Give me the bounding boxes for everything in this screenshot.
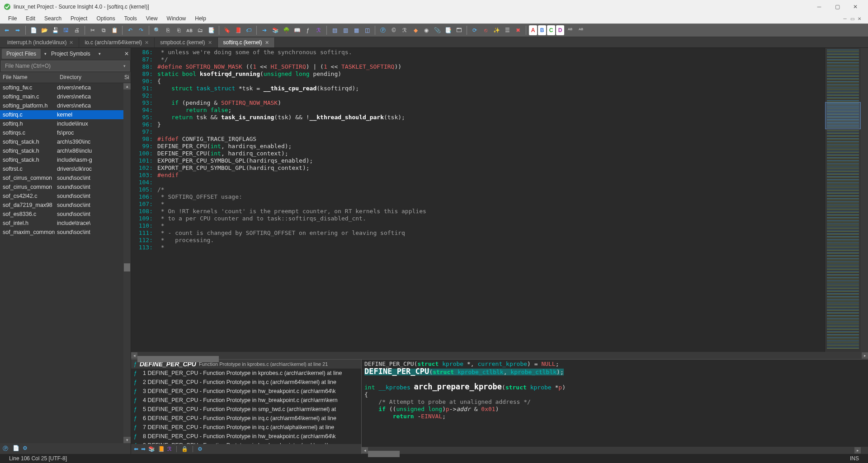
file-row[interactable]: softirq_stack.hinclude\asm-g xyxy=(0,155,131,164)
ref-relation-icon[interactable]: ℛ xyxy=(167,446,172,452)
panel-p-icon[interactable]: Ⓟ xyxy=(378,25,388,35)
document-tab[interactable]: io.c (arch/arm64\kernel)✕ xyxy=(79,37,155,47)
menu-options[interactable]: Options xyxy=(92,14,119,23)
mdi-minimize-icon[interactable]: ─ xyxy=(842,15,848,22)
scroll-up-icon[interactable]: ▴ xyxy=(123,83,131,89)
fbtn-gear-icon[interactable]: ⚙ xyxy=(23,445,30,452)
file-row[interactable]: sof_maxim_commonsound\soc\int xyxy=(0,228,131,237)
letter-c-icon[interactable]: C xyxy=(547,25,555,35)
goto-def-icon[interactable]: ➔ xyxy=(259,25,269,35)
abc2-icon[interactable]: ᴬᴮ xyxy=(576,25,586,35)
panel-t-icon[interactable]: ◉ xyxy=(421,25,431,35)
ref-gear-icon[interactable]: ⚙ xyxy=(198,446,203,452)
highlight-icon[interactable]: ✨ xyxy=(491,25,501,35)
minimap[interactable] xyxy=(825,48,861,352)
def-hscrollbar[interactable]: ◂ ▸ xyxy=(362,447,861,454)
file-row[interactable]: softirq.hinclude\linux xyxy=(0,119,131,128)
letter-b-icon[interactable]: B xyxy=(538,25,546,35)
search-prev-icon[interactable]: ⎗ xyxy=(174,25,184,35)
vertical-scrollbar[interactable] xyxy=(861,48,868,352)
panel-c-icon[interactable]: © xyxy=(389,25,399,35)
ref-row[interactable]: ƒ8 DEFINE_PER_CPU - Function Prototype i… xyxy=(131,432,361,441)
close-button[interactable]: ✕ xyxy=(846,0,864,13)
file-open-icon[interactable]: 📂 xyxy=(39,25,49,35)
nav-fwd-icon[interactable]: ➡ xyxy=(13,25,23,35)
tab-project-files[interactable]: Project Files xyxy=(2,49,41,59)
bookmark2-icon[interactable]: 📕 xyxy=(233,25,243,35)
refs-icon[interactable]: 📚 xyxy=(270,25,280,35)
close-panel-icon[interactable]: ✖ xyxy=(513,25,523,35)
copy-icon[interactable]: ⧉ xyxy=(99,25,108,35)
reparse-icon[interactable]: ⟳ xyxy=(470,25,480,35)
menu-file[interactable]: File xyxy=(4,14,21,23)
menu-project[interactable]: Project xyxy=(66,14,92,23)
undo-icon[interactable]: ↶ xyxy=(125,25,135,35)
ref-row[interactable]: ƒ4 DEFINE_PER_CPU - Function Prototype i… xyxy=(131,396,361,405)
document-tab[interactable]: smpboot.c (kernel)✕ xyxy=(155,37,217,47)
file-new-icon[interactable]: 📄 xyxy=(28,25,38,35)
maximize-button[interactable]: ▢ xyxy=(828,0,846,13)
search-files-icon[interactable]: 🗂 xyxy=(195,25,205,35)
fbtn-doc-icon[interactable]: 📄 xyxy=(13,445,20,452)
relation-icon[interactable]: ℛ xyxy=(314,25,324,35)
file-row[interactable]: sof_es8336.csound\soc\int xyxy=(0,210,131,219)
ref-row[interactable]: ƒ1 DEFINE_PER_CPU - Function Prototype i… xyxy=(131,369,361,378)
ref-row[interactable]: ƒ6 DEFINE_PER_CPU - Function Prototype i… xyxy=(131,414,361,423)
print-icon[interactable]: 🖨 xyxy=(72,25,82,35)
code-area[interactable]: * unless we're doing some of the synchro… xyxy=(157,48,825,352)
symbols-icon[interactable]: ƒ xyxy=(303,25,313,35)
bookmark-nav-icon[interactable]: 🏷 xyxy=(244,25,254,35)
search-next-icon[interactable]: ⎘ xyxy=(163,25,173,35)
paste-icon[interactable]: 📋 xyxy=(109,25,119,35)
file-saveall-icon[interactable]: 🖫 xyxy=(61,25,71,35)
file-row[interactable]: softing_fw.cdrivers\net\ca xyxy=(0,83,131,92)
panel-clip-icon[interactable]: 📎 xyxy=(432,25,442,35)
panel-s-icon[interactable]: ◆ xyxy=(410,25,420,35)
file-row[interactable]: softirq.ckernel xyxy=(0,110,131,119)
menu-edit[interactable]: Edit xyxy=(21,14,40,23)
file-row[interactable]: softrst.cdrivers\clk\roc xyxy=(0,164,131,173)
document-tab[interactable]: interrupt.h (include\linux)✕ xyxy=(2,37,79,47)
def-code-area[interactable]: DEFINE_PER_CPU(struct kprobe *, current_… xyxy=(362,360,868,447)
scroll-left-icon[interactable]: ◂ xyxy=(131,352,137,359)
call-tree-icon[interactable]: 🌳 xyxy=(281,25,291,35)
cascade-icon[interactable]: ▦ xyxy=(351,25,361,35)
file-row[interactable]: softirq_stack.harch\s390\inc xyxy=(0,137,131,146)
ref-row[interactable]: ƒ5 DEFINE_PER_CPU - Function Prototype i… xyxy=(131,405,361,414)
scroll-right-icon[interactable]: ▸ xyxy=(862,352,868,359)
panel-close-icon[interactable]: ✕ xyxy=(124,51,129,57)
abc-icon[interactable]: ᴬᴮ xyxy=(565,25,575,35)
panel-win-icon[interactable]: 🗔 xyxy=(454,25,464,35)
fbtn-project-icon[interactable]: Ⓟ xyxy=(3,445,10,452)
col-size[interactable]: Si xyxy=(122,72,131,83)
hscroll-thumb[interactable] xyxy=(137,356,219,362)
file-filter-input[interactable]: File Name (Ctrl+O) ▾ xyxy=(1,61,130,71)
file-row[interactable]: softirqs.cfs\proc xyxy=(0,128,131,137)
document-tab[interactable]: softirq.c (kernel)✕ xyxy=(218,37,275,47)
letter-a-icon[interactable]: A xyxy=(529,25,537,35)
scroll-left-icon[interactable]: ◂ xyxy=(362,447,368,454)
scroll-right-icon[interactable]: ▸ xyxy=(854,447,861,454)
ref-books-icon[interactable]: 📚 xyxy=(148,446,155,452)
redo-icon[interactable]: ↷ xyxy=(136,25,146,35)
outline-icon[interactable]: ☰ xyxy=(502,25,512,35)
tile-v-icon[interactable]: ▥ xyxy=(340,25,350,35)
menu-window[interactable]: Window xyxy=(162,14,191,23)
file-row[interactable]: softing_platform.hdrivers\net\ca xyxy=(0,101,131,110)
file-save-icon[interactable]: 💾 xyxy=(50,25,60,35)
tab-project-symbols[interactable]: Project Symbols xyxy=(47,49,95,59)
bookmark-icon[interactable]: 🔖 xyxy=(222,25,232,35)
mdi-close-icon[interactable]: ✕ xyxy=(856,15,863,22)
ref-lock-icon[interactable]: 🔒 xyxy=(181,446,188,452)
ref-fwd-icon[interactable]: ➡ xyxy=(141,446,146,452)
menu-search[interactable]: Search xyxy=(40,14,66,23)
nav-back-icon[interactable]: ⬅ xyxy=(2,25,12,35)
tab-close-icon[interactable]: ✕ xyxy=(265,40,269,46)
file-row[interactable]: sof_cirrus_commonsound\soc\int xyxy=(0,182,131,192)
ref-book-icon[interactable]: 📙 xyxy=(158,446,165,452)
sync-icon[interactable]: ⎋ xyxy=(481,25,491,35)
replace-icon[interactable]: ᴀʙ xyxy=(184,25,194,35)
chevron-down-icon[interactable]: ▾ xyxy=(123,64,126,68)
file-row[interactable]: sof_cs42l42.csound\soc\int xyxy=(0,192,131,201)
cut-icon[interactable]: ✂ xyxy=(88,25,98,35)
